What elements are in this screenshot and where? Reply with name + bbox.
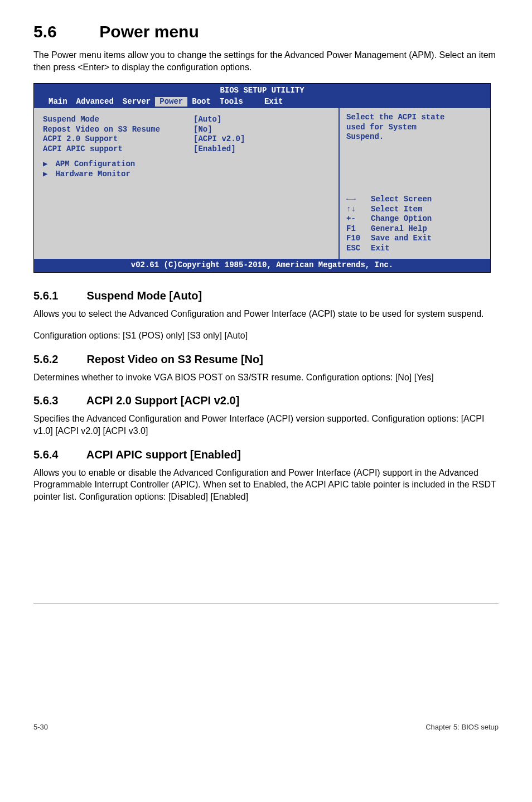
bios-footer: v02.61 (C)Copyright 1985-2010, American … xyxy=(34,259,490,272)
submenu-row[interactable]: ▶ Hardware Monitor xyxy=(43,170,332,180)
tab-tools[interactable]: Tools xyxy=(215,97,248,107)
section-number: 5.6.2 xyxy=(33,353,84,366)
submenu-label: APM Configuration xyxy=(55,160,135,168)
section-heading: 5.6.3 ACPI 2.0 Support [ACPI v2.0] xyxy=(33,394,499,407)
section-title: Repost Video on S3 Resume [No] xyxy=(87,353,263,365)
tab-advanced[interactable]: Advanced xyxy=(72,97,118,107)
key: ↑↓ xyxy=(346,205,371,215)
bios-help-panel: Select the ACPI state used for System Su… xyxy=(340,108,490,259)
intro-paragraph: The Power menu items allow you to change… xyxy=(33,49,499,73)
key-desc: Select Screen xyxy=(371,195,432,205)
key-desc: Change Option xyxy=(371,214,432,224)
setting-row[interactable]: ACPI APIC support [Enabled] xyxy=(43,144,332,154)
setting-row[interactable]: Repost Video on S3 Resume [No] xyxy=(43,125,332,135)
triangle-icon: ▶ xyxy=(43,170,51,180)
setting-label: ACPI 2.0 Support xyxy=(43,134,194,144)
bios-title: BIOS SETUP UTILITY xyxy=(34,86,490,96)
chapter-name: Power menu xyxy=(99,22,199,41)
page-number: 5-30 xyxy=(33,723,48,731)
section-number: 5.6.3 xyxy=(33,394,84,407)
setting-value: [ACPI v2.0] xyxy=(194,134,245,144)
spacer xyxy=(43,154,332,160)
footer-rule xyxy=(33,603,499,603)
setting-row[interactable]: ACPI 2.0 Support [ACPI v2.0] xyxy=(43,134,332,144)
key: F1 xyxy=(346,224,371,234)
section-heading: 5.6.1 Suspend Mode [Auto] xyxy=(33,289,499,302)
bios-body: Suspend Mode [Auto] Repost Video on S3 R… xyxy=(34,108,490,259)
section-paragraph: Specifies the Advanced Configuration and… xyxy=(33,413,499,437)
key: +- xyxy=(346,214,371,224)
section-paragraph: Allows you to select the Advanced Config… xyxy=(33,308,499,320)
submenu-row[interactable]: ▶ APM Configuration xyxy=(43,160,332,170)
section-number: 5.6.1 xyxy=(33,289,84,302)
page-footer: 5-30 Chapter 5: BIOS setup xyxy=(33,715,499,731)
help-text: Select the ACPI state used for System Su… xyxy=(346,113,485,142)
key-row: ←→Select Screen xyxy=(346,195,485,205)
help-line: Suspend. xyxy=(346,132,485,142)
footer-chapter: Chapter 5: BIOS setup xyxy=(425,723,499,731)
key-row: ESCExit xyxy=(346,244,485,254)
key-row: ↑↓Select Item xyxy=(346,205,485,215)
help-line: Select the ACPI state xyxy=(346,113,485,123)
section-paragraph: Allows you to enable or disable the Adva… xyxy=(33,467,499,503)
help-line: used for System xyxy=(346,123,485,133)
setting-label: Repost Video on S3 Resume xyxy=(43,125,194,135)
setting-value: [Auto] xyxy=(194,115,221,125)
key-row: F1General Help xyxy=(346,224,485,234)
key: ESC xyxy=(346,244,371,254)
tab-boot[interactable]: Boot xyxy=(187,97,215,107)
setting-label: Suspend Mode xyxy=(43,115,194,125)
setting-label: ACPI APIC support xyxy=(43,144,194,154)
tab-main[interactable]: Main xyxy=(44,97,72,107)
key: F10 xyxy=(346,234,371,244)
bios-settings-panel: Suspend Mode [Auto] Repost Video on S3 R… xyxy=(34,108,340,259)
tab-power[interactable]: Power xyxy=(155,97,187,107)
key: ←→ xyxy=(346,195,371,205)
section-paragraph: Configuration options: [S1 (POS) only] [… xyxy=(33,330,499,342)
key-desc: Exit xyxy=(371,244,390,254)
section-paragraph: Determines whether to invoke VGA BIOS PO… xyxy=(33,371,499,384)
submenu-label: Hardware Monitor xyxy=(55,170,130,178)
setting-value: [No] xyxy=(194,125,212,135)
chapter-number: 5.6 xyxy=(33,22,95,41)
section-title: Suspend Mode [Auto] xyxy=(87,289,202,302)
chapter-title: 5.6 Power menu xyxy=(33,22,499,41)
section-title: ACPI 2.0 Support [ACPI v2.0] xyxy=(86,394,240,407)
key-desc: Select Item xyxy=(371,205,422,215)
key-legend: ←→Select Screen ↑↓Select Item +-Change O… xyxy=(346,195,485,253)
section-title: ACPI APIC support [Enabled] xyxy=(86,448,241,461)
key-desc: General Help xyxy=(371,224,427,234)
setting-value: [Enabled] xyxy=(194,144,236,154)
section-heading: 5.6.2 Repost Video on S3 Resume [No] xyxy=(33,353,499,366)
bios-header: BIOS SETUP UTILITY Main Advanced Server … xyxy=(34,84,490,108)
section-number: 5.6.4 xyxy=(33,448,84,461)
bios-screenshot: BIOS SETUP UTILITY Main Advanced Server … xyxy=(33,83,491,273)
tab-exit[interactable]: Exit xyxy=(260,97,288,107)
section-heading: 5.6.4 ACPI APIC support [Enabled] xyxy=(33,448,499,461)
key-row: +-Change Option xyxy=(346,214,485,224)
key-row: F10Save and Exit xyxy=(346,234,485,244)
bios-tabs: Main Advanced Server Power Boot Tools Ex… xyxy=(34,96,490,109)
key-desc: Save and Exit xyxy=(371,234,432,244)
setting-row[interactable]: Suspend Mode [Auto] xyxy=(43,115,332,125)
tab-server[interactable]: Server xyxy=(118,97,155,107)
triangle-icon: ▶ xyxy=(43,160,51,170)
